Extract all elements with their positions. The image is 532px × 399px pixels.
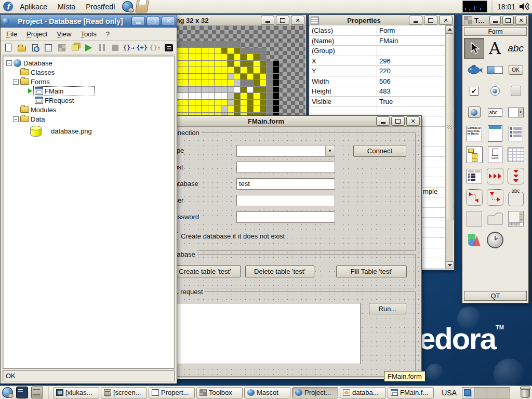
pixel-cell[interactable] xyxy=(202,87,208,94)
task-button[interactable]: databa... xyxy=(340,387,386,398)
tool-tabstrip[interactable] xyxy=(485,208,505,229)
pixel-cell[interactable] xyxy=(254,93,260,100)
pixel-cell[interactable] xyxy=(228,54,234,61)
maximize-button[interactable] xyxy=(502,16,514,25)
type-combobox[interactable]: ▼ xyxy=(236,145,335,157)
close-button[interactable]: ✕ xyxy=(291,16,304,25)
workspace-2[interactable] xyxy=(474,388,486,398)
pixel-cell[interactable] xyxy=(182,54,189,61)
close-button[interactable]: ✕ xyxy=(439,16,453,25)
pixel-cell[interactable] xyxy=(267,74,273,81)
pixel-cell[interactable] xyxy=(202,41,208,48)
tool-vpanel[interactable] xyxy=(485,187,505,208)
tree-item-label[interactable]: FRequest xyxy=(45,97,74,104)
pixel-cell[interactable] xyxy=(273,41,280,48)
pixel-cell[interactable] xyxy=(182,67,189,74)
pixel-cell[interactable] xyxy=(189,106,195,113)
pixel-cell[interactable] xyxy=(273,100,280,107)
pixel-cell[interactable] xyxy=(208,106,215,113)
pixel-cell[interactable] xyxy=(234,48,241,55)
pixel-cell[interactable] xyxy=(241,87,247,94)
pixel-cell[interactable] xyxy=(234,93,241,100)
property-row[interactable]: (Group) xyxy=(310,46,447,56)
fill-table-button[interactable]: Fill Table 'test' xyxy=(336,265,407,277)
pixel-cell[interactable] xyxy=(182,48,189,55)
pixel-cell[interactable] xyxy=(189,74,195,81)
pixel-cell[interactable] xyxy=(260,74,267,81)
tree-item-label[interactable]: Forms xyxy=(31,78,50,86)
pixel-cell[interactable] xyxy=(234,61,241,68)
pixel-cell[interactable] xyxy=(221,41,228,48)
pixel-cell[interactable] xyxy=(228,87,234,94)
pixel-cell[interactable] xyxy=(182,74,189,81)
pixel-cell[interactable] xyxy=(202,80,208,87)
password-field[interactable] xyxy=(236,211,335,223)
menu-places[interactable]: Místa xyxy=(54,2,79,12)
close-button[interactable]: ✕ xyxy=(515,16,527,25)
pixel-cell[interactable] xyxy=(195,41,202,48)
tool-radiobutton[interactable] xyxy=(485,81,505,101)
pixel-cell[interactable] xyxy=(221,48,228,55)
terminal-launcher-icon[interactable] xyxy=(16,387,28,398)
pixel-cell[interactable] xyxy=(267,61,273,68)
find-button[interactable] xyxy=(29,42,41,54)
maximize-button[interactable] xyxy=(147,17,160,26)
pixel-cell[interactable] xyxy=(215,93,221,100)
property-value[interactable]: 220 xyxy=(377,66,447,76)
run-button[interactable]: Run... xyxy=(369,303,406,314)
run-button[interactable] xyxy=(83,42,95,54)
pixel-cell[interactable] xyxy=(228,74,234,81)
pixel-cell[interactable] xyxy=(202,67,208,74)
tree-item-label[interactable]: Classes xyxy=(31,69,55,76)
tool-checkbox[interactable]: ✔ xyxy=(464,81,484,101)
pixel-cell[interactable] xyxy=(247,93,254,100)
pixel-cell[interactable] xyxy=(247,80,254,87)
pixel-cell[interactable] xyxy=(260,87,267,94)
pixel-cell[interactable] xyxy=(241,93,247,100)
pixel-cell[interactable] xyxy=(254,54,260,61)
collapse-icon[interactable] xyxy=(13,116,19,122)
pixel-cell[interactable] xyxy=(267,41,273,48)
tree-item-database-png[interactable]: database.png xyxy=(3,124,174,138)
tool-drawingarea[interactable] xyxy=(464,230,484,250)
pixel-cell[interactable] xyxy=(208,80,215,87)
pixel-cell[interactable] xyxy=(273,93,280,100)
keyboard-layout-indicator[interactable]: USA xyxy=(440,389,459,397)
pixel-cell[interactable] xyxy=(208,74,215,81)
project-titlebar[interactable]: Project - Database [Read only] ✕ xyxy=(1,15,177,28)
fedora-menu-icon[interactable]: f xyxy=(3,2,13,11)
property-row[interactable]: Y 220 xyxy=(310,66,447,76)
pixel-cell[interactable] xyxy=(215,61,221,68)
mail-icon[interactable] xyxy=(135,1,149,12)
workspace-3[interactable] xyxy=(486,388,498,398)
pixel-cell[interactable] xyxy=(260,93,267,100)
pixel-cell[interactable] xyxy=(267,48,273,55)
pixel-cell[interactable] xyxy=(228,80,234,87)
pixel-cell[interactable] xyxy=(228,100,234,107)
sql-textarea[interactable] xyxy=(169,303,361,364)
pixel-cell[interactable] xyxy=(228,41,234,48)
pixel-cell[interactable] xyxy=(260,61,267,68)
pixel-cell[interactable] xyxy=(247,61,254,68)
pixel-cell[interactable] xyxy=(215,48,221,55)
close-button[interactable]: ✕ xyxy=(406,116,420,126)
tool-textarea[interactable]: Gambas almost means Basic! xyxy=(464,123,484,144)
pixel-cell[interactable] xyxy=(195,80,202,87)
pixel-cell[interactable] xyxy=(195,54,202,61)
tree-item-label[interactable]: database.png xyxy=(51,127,92,135)
pause-button[interactable] xyxy=(96,42,108,54)
pixel-cell[interactable] xyxy=(208,93,215,100)
tool-gridview[interactable] xyxy=(506,144,526,165)
pixel-cell[interactable] xyxy=(273,74,280,81)
pixel-cell[interactable] xyxy=(189,48,195,55)
property-row[interactable]: Width 506 xyxy=(310,76,447,87)
tool-frame[interactable]: abc xyxy=(506,187,526,208)
pixel-cell[interactable] xyxy=(208,41,215,48)
pixel-cell[interactable] xyxy=(228,67,234,74)
clock[interactable]: 18:01 xyxy=(497,3,515,11)
pixel-cell[interactable] xyxy=(215,41,221,48)
pixel-cell[interactable] xyxy=(260,100,267,107)
minimize-button[interactable] xyxy=(376,116,390,126)
pixel-cell[interactable] xyxy=(189,87,195,94)
scroll-up-icon[interactable] xyxy=(446,25,454,33)
